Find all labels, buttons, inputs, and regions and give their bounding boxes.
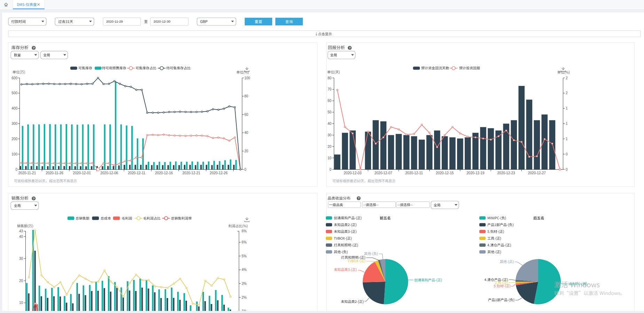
- svg-text:2: 2: [566, 91, 568, 95]
- svg-text:0: 0: [566, 168, 568, 171]
- svg-text:6%: 6%: [242, 229, 247, 233]
- svg-text:20: 20: [19, 279, 23, 283]
- svg-text:50: 50: [328, 110, 332, 114]
- svg-text:100: 100: [11, 152, 17, 156]
- svg-text:0: 0: [329, 168, 331, 171]
- svg-text:70: 70: [328, 87, 332, 91]
- svg-text:?: ?: [358, 196, 360, 200]
- svg-text:?: ?: [349, 46, 351, 50]
- svg-text:1: 1: [566, 122, 568, 126]
- svg-text:40: 40: [244, 131, 249, 135]
- svg-text:4%: 4%: [242, 268, 247, 272]
- svg-text:?: ?: [33, 196, 35, 200]
- svg-text:1: 1: [566, 106, 568, 110]
- svg-text:43: 43: [19, 229, 23, 233]
- svg-text:0: 0: [566, 152, 568, 156]
- svg-text:2%: 2%: [242, 296, 247, 299]
- svg-text:2020-12-07: 2020-12-07: [375, 171, 393, 175]
- svg-text:20: 20: [244, 149, 249, 153]
- svg-text:2020-12-15: 2020-12-15: [436, 171, 454, 175]
- svg-text:2020-12-26: 2020-12-26: [210, 171, 228, 175]
- svg-text:2020-12-01: 2020-12-01: [73, 171, 91, 175]
- svg-text:500: 500: [11, 91, 17, 95]
- svg-text:2020-12-27: 2020-12-27: [528, 171, 546, 175]
- svg-text:60: 60: [328, 99, 332, 103]
- svg-text:2: 2: [566, 76, 568, 80]
- svg-text:2020-12-11: 2020-12-11: [405, 171, 423, 175]
- svg-text:40: 40: [19, 235, 23, 239]
- svg-text:2020-12-16: 2020-12-16: [155, 171, 173, 175]
- svg-text:?: ?: [33, 46, 35, 50]
- svg-text:20: 20: [328, 145, 332, 149]
- svg-text:2020-12-11: 2020-12-11: [128, 171, 146, 175]
- svg-text:200: 200: [11, 137, 17, 141]
- svg-text:0: 0: [244, 168, 246, 171]
- svg-text:2020-11-26: 2020-11-26: [46, 171, 63, 175]
- svg-text:80: 80: [244, 94, 249, 98]
- svg-text:400: 400: [11, 106, 17, 110]
- svg-text:5%: 5%: [242, 254, 247, 258]
- svg-text:3%: 3%: [242, 282, 247, 286]
- svg-text:100: 100: [244, 76, 250, 80]
- svg-text:300: 300: [11, 122, 17, 126]
- svg-text:1: 1: [566, 137, 568, 141]
- svg-text:6%: 6%: [242, 240, 247, 244]
- svg-text:30: 30: [328, 133, 332, 137]
- svg-text:2020-12-21: 2020-12-21: [182, 171, 201, 175]
- svg-text:30: 30: [19, 257, 23, 260]
- svg-text:2020-12-03: 2020-12-03: [344, 171, 362, 175]
- svg-text:0: 0: [15, 168, 17, 171]
- svg-text:10: 10: [19, 301, 23, 305]
- svg-text:40: 40: [328, 122, 332, 126]
- svg-text:60: 60: [244, 113, 249, 117]
- svg-text:600: 600: [11, 76, 17, 80]
- svg-text:80: 80: [328, 76, 332, 80]
- svg-text:2020-12-06: 2020-12-06: [100, 171, 118, 175]
- svg-text:2020-12-19: 2020-12-19: [466, 171, 485, 175]
- svg-text:2020-12-23: 2020-12-23: [497, 171, 516, 175]
- svg-text:2020-12-30: 2020-12-30: [154, 19, 171, 23]
- svg-text:GBP: GBP: [200, 20, 207, 24]
- svg-text:10: 10: [328, 156, 332, 160]
- svg-text:2020-11-29: 2020-11-29: [106, 19, 123, 23]
- svg-text:2020-11-21: 2020-11-21: [18, 171, 36, 175]
